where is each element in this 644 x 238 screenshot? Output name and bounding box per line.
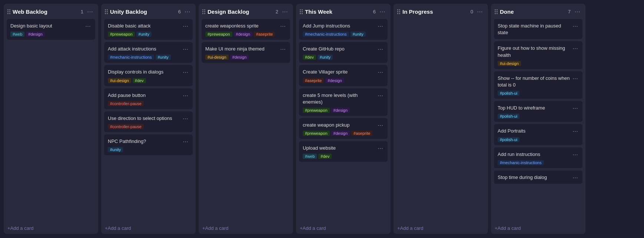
card-menu-btn[interactable]: ⋯ xyxy=(84,23,92,29)
drag-icon[interactable] xyxy=(495,9,498,14)
column-menu-btn-done[interactable]: ⋯ xyxy=(573,7,582,16)
card-tags: #controller-pause xyxy=(108,124,189,129)
add-card-btn-unity-backlog[interactable]: +Add a card xyxy=(101,222,196,234)
card-tags: #preweapon#design xyxy=(303,108,384,113)
card-menu-btn[interactable]: ⋯ xyxy=(572,128,579,134)
card-tag: #preweapon xyxy=(108,32,135,37)
card[interactable]: Design basic layout⋯#web#design xyxy=(7,19,95,40)
card-tag: #aseprite xyxy=(254,32,275,37)
card-tag: #unity xyxy=(156,55,171,60)
card-menu-btn[interactable]: ⋯ xyxy=(377,92,384,99)
card-tag: #unity xyxy=(318,55,333,60)
card-menu-btn[interactable]: ⋯ xyxy=(279,46,286,52)
card-tag: #design xyxy=(331,131,350,136)
card-tag: #ui-design xyxy=(498,61,521,66)
column-menu-btn-design-backlog[interactable]: ⋯ xyxy=(280,7,289,16)
card-menu-btn[interactable]: ⋯ xyxy=(377,46,384,52)
card-title: create weapon pickup xyxy=(303,122,377,128)
card[interactable]: create weapon pickup⋯#preweapon#design#a… xyxy=(299,118,388,139)
card-title: Add pause button xyxy=(108,92,182,99)
card-tag: #mechanic-instructions xyxy=(498,160,544,165)
card-title: Upload website xyxy=(303,145,377,151)
column-count-done: 7 xyxy=(568,9,571,14)
card-tags: #web#design xyxy=(10,32,92,37)
card[interactable]: Add Jump instructions⋯#mechanic-instruct… xyxy=(299,19,388,40)
card-tags: #polish-ui xyxy=(498,91,579,96)
card-tag: #dev xyxy=(303,55,316,60)
add-card-btn-done[interactable]: +Add a card xyxy=(491,222,585,234)
column-title-in-progress: In Progress xyxy=(402,9,468,15)
card-menu-btn[interactable]: ⋯ xyxy=(572,174,579,181)
card[interactable]: Add run instructions⋯#mechanic-instructi… xyxy=(494,147,582,168)
column-count-unity-backlog: 6 xyxy=(178,9,181,14)
card[interactable]: Show -- for number of coins when total i… xyxy=(494,71,582,99)
card-menu-btn[interactable]: ⋯ xyxy=(572,151,579,158)
card-tags: #ui-design#dev xyxy=(108,78,189,83)
drag-icon[interactable] xyxy=(7,9,10,14)
card-tag: #polish-ui xyxy=(498,114,519,119)
card[interactable]: create 5 more levels (with enemies)⋯#pre… xyxy=(299,88,388,116)
card-header: Create Villager sprite⋯ xyxy=(303,69,384,75)
column-menu-btn-this-week[interactable]: ⋯ xyxy=(378,7,387,16)
card-tag: #aseprite xyxy=(351,131,372,136)
column-count-in-progress: 0 xyxy=(471,9,473,14)
card-menu-btn[interactable]: ⋯ xyxy=(377,145,384,151)
column-menu-btn-unity-backlog[interactable]: ⋯ xyxy=(183,7,192,16)
card[interactable]: Create GitHub repo⋯#dev#unity xyxy=(299,42,388,63)
card-header: create 5 more levels (with enemies)⋯ xyxy=(303,92,384,105)
card-menu-btn[interactable]: ⋯ xyxy=(377,69,384,75)
card[interactable]: NPC Pathfinding?⋯#unity xyxy=(104,134,193,155)
card-tag: #polish-ui xyxy=(498,91,519,96)
drag-icon[interactable] xyxy=(397,9,400,14)
card[interactable]: Figure out how to show missing health⋯#u… xyxy=(494,41,582,69)
card[interactable]: Add Portraits⋯#polish-ui xyxy=(494,124,582,145)
card[interactable]: Stop time during dialog⋯ xyxy=(494,170,582,184)
card-tag: #unity xyxy=(136,32,152,37)
card[interactable]: Upload website⋯#web#dev xyxy=(299,141,388,162)
column-title-web-backlog: Web Backlog xyxy=(13,9,79,15)
column-menu-btn-web-backlog[interactable]: ⋯ xyxy=(86,7,94,16)
card-menu-btn[interactable]: ⋯ xyxy=(572,45,579,52)
card[interactable]: Top HUD to wireframe⋯#polish-ui xyxy=(494,101,582,122)
card-menu-btn[interactable]: ⋯ xyxy=(377,23,384,29)
drag-icon[interactable] xyxy=(202,9,205,14)
card[interactable]: Add pause button⋯#controller-pause xyxy=(104,88,193,109)
card-menu-btn[interactable]: ⋯ xyxy=(377,122,384,128)
card[interactable]: Stop state machine in paused state⋯ xyxy=(494,19,582,39)
card-tags: #web#dev xyxy=(303,154,384,159)
card[interactable]: Display controls in dialogs⋯#ui-design#d… xyxy=(104,65,193,86)
card-tag: #design xyxy=(26,32,45,37)
card-title: Disable basic attack xyxy=(108,23,182,29)
card-menu-btn[interactable]: ⋯ xyxy=(182,92,189,99)
card-title: NPC Pathfinding? xyxy=(108,138,182,145)
card-menu-btn[interactable]: ⋯ xyxy=(279,23,286,29)
card[interactable]: Make UI more ninja themed⋯#ui-design#des… xyxy=(202,42,290,63)
card[interactable]: create weaponless sprite⋯#preweapon#desi… xyxy=(202,19,290,40)
add-card-btn-web-backlog[interactable]: +Add a card xyxy=(4,222,98,234)
card-title: Design basic layout xyxy=(10,23,84,29)
drag-icon[interactable] xyxy=(300,9,303,14)
card[interactable]: Add attack instructions⋯#mechanic-instru… xyxy=(104,42,193,63)
drag-icon[interactable] xyxy=(105,9,108,14)
column-menu-btn-in-progress[interactable]: ⋯ xyxy=(475,7,484,16)
card-menu-btn[interactable]: ⋯ xyxy=(182,138,189,145)
add-card-btn-design-backlog[interactable]: +Add a card xyxy=(199,222,293,234)
card-header: Add Portraits⋯ xyxy=(498,128,579,134)
add-card-btn-this-week[interactable]: +Add a card xyxy=(296,222,391,234)
card-header: Show -- for number of coins when total i… xyxy=(498,75,579,88)
card-title: create 5 more levels (with enemies) xyxy=(303,92,377,105)
card[interactable]: Disable basic attack⋯#preweapon#unity xyxy=(104,19,193,40)
card-tag: #preweapon xyxy=(303,108,330,113)
card[interactable]: Create Villager sprite⋯#aseprite#design xyxy=(299,65,388,86)
card[interactable]: Use direction to select options⋯#control… xyxy=(104,111,193,132)
card-menu-btn[interactable]: ⋯ xyxy=(572,105,579,111)
card-menu-btn[interactable]: ⋯ xyxy=(182,46,189,52)
add-card-btn-in-progress[interactable]: +Add a card xyxy=(394,222,488,234)
card-menu-btn[interactable]: ⋯ xyxy=(572,23,579,29)
card-menu-btn[interactable]: ⋯ xyxy=(182,115,189,122)
card-header: Upload website⋯ xyxy=(303,145,384,151)
card-menu-btn[interactable]: ⋯ xyxy=(572,75,579,82)
card-menu-btn[interactable]: ⋯ xyxy=(182,69,189,75)
card-menu-btn[interactable]: ⋯ xyxy=(182,23,189,29)
card-header: Add attack instructions⋯ xyxy=(108,46,189,52)
